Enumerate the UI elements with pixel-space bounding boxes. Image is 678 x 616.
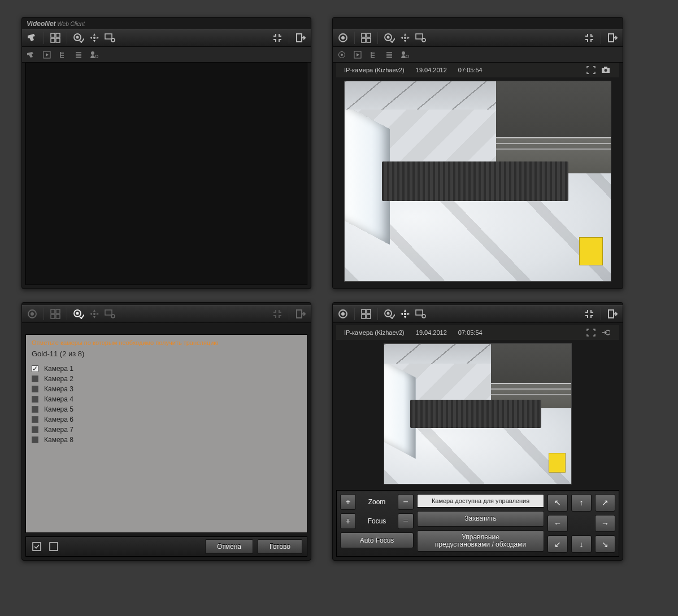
exit-icon[interactable] <box>294 307 307 321</box>
camera-checkbox[interactable] <box>32 386 38 392</box>
user-settings-icon[interactable] <box>89 49 100 60</box>
compress-icon[interactable] <box>271 31 284 45</box>
list-icon[interactable] <box>73 49 84 60</box>
svg-rect-63 <box>362 309 366 313</box>
settings-icon[interactable] <box>414 307 428 321</box>
list-icon[interactable] <box>384 49 395 60</box>
presets-button[interactable]: Управление предустановками / обходами <box>417 530 544 552</box>
tree-icon[interactable] <box>57 49 68 60</box>
grid-icon[interactable] <box>359 31 373 45</box>
capture-button[interactable]: Захватить <box>417 511 544 527</box>
svg-rect-23 <box>367 38 371 42</box>
snapshot-icon[interactable] <box>600 64 611 76</box>
ptz-right-button[interactable]: → <box>595 515 615 532</box>
ptz-icon[interactable] <box>88 31 101 45</box>
camera-checkbox[interactable] <box>32 406 38 413</box>
compress-icon[interactable] <box>271 307 284 321</box>
camera-row[interactable]: Камера 5 <box>32 404 301 414</box>
zoom-out-button[interactable]: − <box>398 494 414 510</box>
ptz-status: Камера доступна для управления <box>417 494 544 508</box>
svg-point-16 <box>91 51 94 55</box>
settings-icon[interactable] <box>414 31 428 45</box>
video-frame[interactable] <box>344 81 611 282</box>
fullscreen-icon[interactable] <box>585 327 597 338</box>
login-icon[interactable] <box>600 327 611 338</box>
grid-icon[interactable] <box>49 31 62 45</box>
cancel-button[interactable]: Отмена <box>205 539 253 554</box>
video-frame[interactable] <box>384 343 572 484</box>
ptz-down-button[interactable]: ↓ <box>571 535 592 553</box>
ptz-up-left-button[interactable]: ↖ <box>547 494 568 512</box>
record-check-icon[interactable] <box>72 31 85 45</box>
done-button[interactable]: Готово <box>258 539 302 554</box>
sub-toolbar <box>22 47 311 63</box>
svg-rect-65 <box>362 314 366 318</box>
exit-icon[interactable] <box>294 31 307 45</box>
svg-marker-69 <box>404 309 406 312</box>
fullscreen-icon[interactable] <box>585 64 597 76</box>
camera-icon[interactable] <box>25 31 39 45</box>
camera-row[interactable]: Камера 3 <box>32 384 301 394</box>
camera-checkbox[interactable] <box>32 396 38 403</box>
svg-marker-26 <box>404 33 406 36</box>
svg-point-5 <box>76 36 79 39</box>
user-settings-icon[interactable] <box>399 49 411 60</box>
camera-row[interactable]: ✓Камера 1 <box>32 364 301 374</box>
panel-bottom-right: IP-камера (Kizhaev2) 19.04.2012 07:05:54… <box>332 302 623 561</box>
svg-marker-27 <box>404 40 406 42</box>
main-toolbar <box>333 29 623 47</box>
uncheck-all-icon[interactable] <box>47 540 60 553</box>
ptz-left-button[interactable]: ← <box>547 515 568 532</box>
check-all-icon[interactable] <box>31 540 43 553</box>
ptz-icon[interactable] <box>398 31 412 45</box>
camera-name: IP-камера (Kizhaev2) <box>344 329 405 336</box>
record-icon[interactable] <box>336 31 350 45</box>
camera-checkbox[interactable] <box>32 436 38 443</box>
focus-near-button[interactable]: + <box>340 513 356 529</box>
camera-small-icon[interactable] <box>25 49 37 60</box>
camera-label: Камера 3 <box>44 385 73 393</box>
focus-far-button[interactable]: − <box>398 513 414 529</box>
play-icon[interactable] <box>41 49 53 60</box>
svg-marker-52 <box>93 316 95 318</box>
zoom-label: Zoom <box>359 498 394 506</box>
settings-icon[interactable] <box>103 307 117 321</box>
grid-icon[interactable] <box>359 307 373 321</box>
camera-checkbox[interactable]: ✓ <box>32 365 38 372</box>
record-check-icon[interactable] <box>383 31 396 45</box>
exit-icon[interactable] <box>606 307 619 321</box>
record-check-icon[interactable] <box>383 307 396 321</box>
camera-row[interactable]: Камера 2 <box>32 374 301 384</box>
settings-icon[interactable] <box>103 31 117 45</box>
ptz-icon[interactable] <box>88 307 101 321</box>
ptz-up-right-button[interactable]: ↗ <box>595 494 615 512</box>
record-check-icon[interactable] <box>72 307 85 321</box>
camera-row[interactable]: Камера 4 <box>32 394 301 404</box>
ptz-icon[interactable] <box>398 307 412 321</box>
compress-icon[interactable] <box>583 307 596 321</box>
camera-row[interactable]: Камера 7 <box>32 425 301 435</box>
zoom-in-button[interactable]: + <box>340 494 356 510</box>
ptz-down-left-button[interactable]: ↙ <box>547 535 568 553</box>
svg-point-55 <box>93 313 95 315</box>
grid-icon[interactable] <box>49 307 62 321</box>
ptz-up-button[interactable]: ↑ <box>571 494 592 512</box>
autofocus-button[interactable]: Auto Focus <box>340 532 414 548</box>
camera-checkbox[interactable] <box>32 375 38 382</box>
camera-checkbox[interactable] <box>32 416 38 423</box>
record-small-icon[interactable] <box>336 49 347 60</box>
svg-point-39 <box>406 55 409 58</box>
tree-icon[interactable] <box>368 49 379 60</box>
camera-row[interactable]: Камера 6 <box>32 414 301 425</box>
compress-icon[interactable] <box>583 31 596 45</box>
record-icon[interactable] <box>25 307 39 321</box>
camera-label: Камера 7 <box>44 426 73 434</box>
camera-row[interactable]: Камера 8 <box>32 435 301 445</box>
svg-point-68 <box>387 312 390 315</box>
record-icon[interactable] <box>336 307 350 321</box>
ptz-down-right-button[interactable]: ↘ <box>595 535 615 553</box>
play-icon[interactable] <box>352 49 363 60</box>
svg-rect-0 <box>51 33 55 37</box>
camera-checkbox[interactable] <box>32 426 38 433</box>
exit-icon[interactable] <box>606 31 619 45</box>
